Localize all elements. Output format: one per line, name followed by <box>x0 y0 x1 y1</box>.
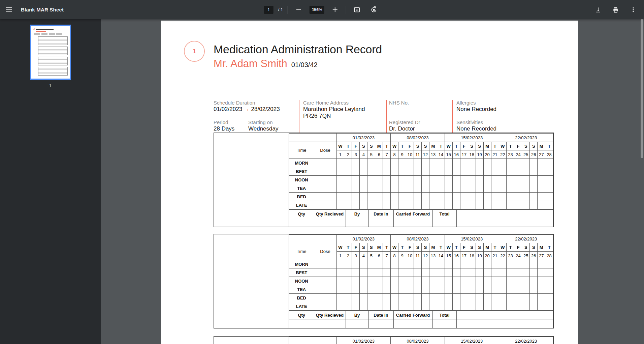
day-cell <box>452 201 460 209</box>
day-letter-cell: T <box>545 243 553 252</box>
zoom-in-button[interactable] <box>329 4 341 16</box>
day-cell <box>421 167 429 176</box>
week-date-cell: 01/02/2023 <box>336 235 391 243</box>
day-cell <box>522 277 530 285</box>
day-cell <box>437 176 445 184</box>
day-cell <box>460 167 468 176</box>
rotate-button[interactable] <box>368 4 380 16</box>
footer-label: Qty Recieved <box>314 210 346 218</box>
day-cell <box>491 159 499 167</box>
day-cell <box>406 268 414 277</box>
page-annotation-badge: 1 <box>184 41 205 62</box>
day-cell <box>375 285 383 294</box>
day-letter-cell: F <box>352 243 360 252</box>
blank-cell <box>314 134 336 142</box>
day-cell <box>398 268 406 277</box>
day-letter-cell: W <box>499 243 507 252</box>
footer-empty-cell <box>346 319 368 328</box>
footer-label: By <box>346 210 368 218</box>
day-cell <box>421 277 429 285</box>
footer-label: Carried Forward <box>393 210 432 218</box>
day-cell <box>336 294 344 302</box>
footer-label: Qty <box>289 311 314 319</box>
day-cell <box>360 277 367 285</box>
day-number-cell: 3 <box>352 252 360 260</box>
time-row-label: LATE <box>289 302 314 311</box>
time-row-label: BFST <box>289 268 314 277</box>
day-letter-cell: M <box>375 142 383 150</box>
day-number-cell: 22 <box>499 150 507 159</box>
day-cell <box>452 277 460 285</box>
page-thumbnail[interactable] <box>30 25 71 80</box>
day-cell <box>445 167 452 176</box>
day-letter-cell: T <box>437 243 445 252</box>
day-letter-cell: M <box>483 243 491 252</box>
blank-cell <box>289 337 314 344</box>
day-cell <box>406 260 414 268</box>
day-cell <box>367 193 375 201</box>
day-cell <box>398 184 406 193</box>
menu-icon[interactable] <box>6 7 12 12</box>
footer-empty-cell <box>289 319 314 328</box>
vertical-scrollbar[interactable] <box>641 19 643 158</box>
week-date-cell: 01/02/2023 <box>336 134 391 142</box>
day-cell <box>360 193 367 201</box>
day-cell <box>514 184 522 193</box>
day-cell <box>445 285 452 294</box>
day-number-cell: 9 <box>398 252 406 260</box>
day-cell <box>483 260 491 268</box>
day-cell <box>452 193 460 201</box>
time-row-label: NOON <box>289 277 314 285</box>
week-date-cell: 22/02/2023 <box>499 134 553 142</box>
day-cell <box>429 184 437 193</box>
day-cell <box>383 176 391 184</box>
day-cell <box>514 176 522 184</box>
day-cell <box>545 268 553 277</box>
day-letter-cell: F <box>514 142 522 150</box>
day-cell <box>445 176 452 184</box>
day-cell <box>437 184 445 193</box>
dose-cell <box>314 277 336 285</box>
zoom-out-button[interactable] <box>293 4 305 16</box>
day-cell <box>414 184 422 193</box>
week-date-cell: 08/02/2023 <box>391 337 445 344</box>
day-number-cell: 14 <box>437 252 445 260</box>
day-cell <box>483 184 491 193</box>
day-cell <box>514 268 522 277</box>
day-cell <box>421 159 429 167</box>
download-button[interactable] <box>592 4 604 16</box>
day-cell <box>507 260 514 268</box>
day-cell <box>367 260 375 268</box>
day-cell <box>383 294 391 302</box>
day-number-cell: 24 <box>514 252 522 260</box>
footer-empty-cell <box>289 218 314 227</box>
page-number-input[interactable] <box>264 6 273 14</box>
day-number-cell: 5 <box>367 150 375 159</box>
day-cell <box>336 260 344 268</box>
day-cell <box>336 302 344 311</box>
week-date-cell: 08/02/2023 <box>391 235 445 243</box>
zoom-level[interactable]: 156% <box>310 6 324 14</box>
week-date-cell: 15/02/2023 <box>445 337 499 344</box>
day-cell <box>522 260 530 268</box>
day-cell <box>483 268 491 277</box>
day-cell <box>460 159 468 167</box>
dose-cell <box>314 294 336 302</box>
footer-label: Qty Recieved <box>314 311 346 319</box>
day-cell <box>414 201 422 209</box>
day-cell <box>522 302 530 311</box>
day-letter-cell: S <box>476 243 483 252</box>
more-options-button[interactable] <box>627 4 639 16</box>
day-cell <box>491 285 499 294</box>
day-cell <box>414 167 422 176</box>
print-button[interactable] <box>610 4 622 16</box>
schedule-duration-field: Schedule Duration 01/02/2023 → 28/02/202… <box>214 100 280 113</box>
fit-page-button[interactable] <box>351 4 363 16</box>
day-letter-cell: M <box>429 243 437 252</box>
dose-cell <box>314 201 336 209</box>
rotate-icon <box>370 6 378 13</box>
day-cell <box>398 167 406 176</box>
footer-empty-cell <box>456 218 553 227</box>
week-date-cell: 22/02/2023 <box>499 337 553 344</box>
day-cell <box>514 260 522 268</box>
